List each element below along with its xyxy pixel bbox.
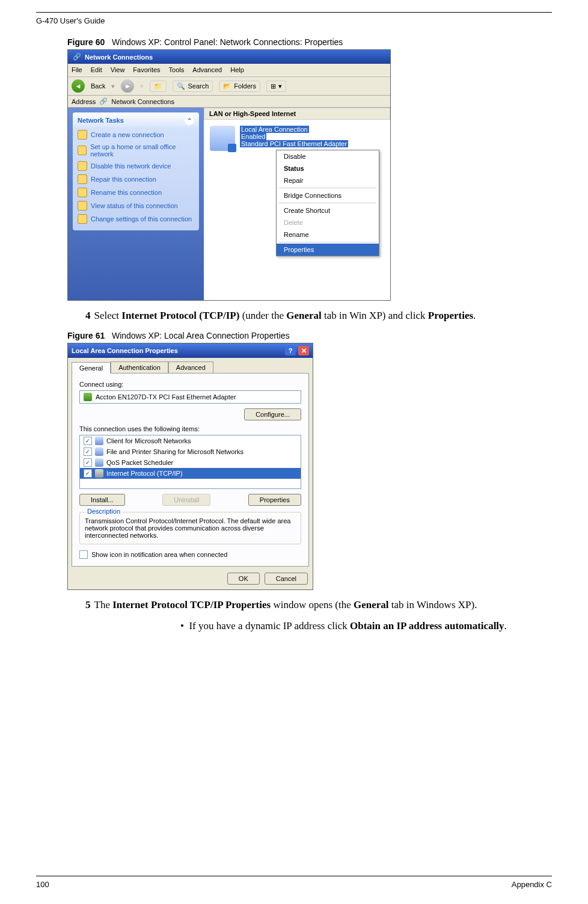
rename-icon (78, 188, 87, 197)
figure61-screenshot: Local Area Connection Properties ? ✕ Gen… (67, 343, 313, 590)
lan-section-header: LAN or High-Speed Internet (204, 108, 390, 120)
uninstall-button: Uninstall (162, 494, 210, 506)
views-button[interactable]: ⊞▾ (266, 81, 286, 92)
help-button[interactable]: ? (285, 346, 296, 355)
item-file-print[interactable]: ✓File and Printer Sharing for Microsoft … (80, 446, 301, 457)
task-status[interactable]: View status of this connection (73, 199, 199, 212)
tab-general[interactable]: General (72, 362, 111, 374)
connect-using-label: Connect using: (79, 381, 301, 388)
ctx-status[interactable]: Status (277, 162, 379, 174)
description-box: Description Transmission Control Protoco… (79, 512, 301, 544)
ctx-properties[interactable]: Properties (277, 244, 379, 256)
context-menu: Disable Status Repair Bridge Connections… (276, 150, 379, 256)
conn-name: Local Area Connection (240, 126, 309, 133)
page-number: 100 (36, 880, 49, 889)
properties-button[interactable]: Properties (248, 494, 301, 506)
network-icon: 🔗 (73, 53, 81, 61)
task-disable[interactable]: Disable this network device (73, 159, 199, 173)
menu-edit[interactable]: Edit (91, 66, 102, 73)
search-button[interactable]: 🔍Search (173, 81, 213, 92)
connection-icon (210, 126, 235, 151)
address-value: Network Connections (111, 98, 174, 105)
dialog-footer: OK Cancel (68, 570, 313, 589)
folder-up-icon: 📁 (154, 82, 162, 90)
main-pane: LAN or High-Speed Internet Local Area Co… (204, 108, 390, 300)
folders-icon: 📂 (223, 82, 231, 90)
ctx-delete: Delete (277, 217, 379, 229)
step-4-number: 4 (85, 310, 91, 321)
checkbox-icon[interactable]: ✓ (84, 469, 92, 478)
menu-file[interactable]: File (72, 66, 82, 73)
lac-title: Local Area Connection Properties (72, 347, 178, 354)
install-button[interactable]: Install... (79, 494, 125, 506)
collapse-icon[interactable]: ⌃ (185, 115, 194, 125)
menu-view[interactable]: View (111, 66, 125, 73)
general-pane: Connect using: Accton EN1207D-TX PCI Fas… (72, 373, 309, 567)
adapter-field: Accton EN1207D-TX PCI Fast Ethernet Adap… (79, 390, 301, 404)
up-button[interactable]: 📁 (150, 81, 167, 92)
menu-favorites[interactable]: Favorites (133, 66, 160, 73)
tab-authentication[interactable]: Authentication (111, 361, 168, 373)
task-repair[interactable]: Repair this connection (73, 173, 199, 186)
step-4: 4Select Internet Protocol (TCP/IP) (unde… (85, 309, 552, 322)
client-icon (95, 437, 103, 445)
adapter-icon (84, 393, 92, 401)
items-label: This connection uses the following items… (79, 425, 301, 432)
show-icon-checkbox[interactable] (79, 550, 88, 559)
item-qos[interactable]: ✓QoS Packet Scheduler (80, 457, 301, 468)
back-button[interactable]: Back (91, 82, 105, 90)
adapter-name: Accton EN1207D-TX PCI Fast Ethernet Adap… (96, 393, 236, 401)
show-icon-label: Show icon in notification area when conn… (91, 551, 227, 558)
cancel-button[interactable]: Cancel (265, 573, 308, 585)
menu-tools[interactable]: Tools (169, 66, 185, 73)
conn-status: Enabled (240, 133, 266, 140)
service-icon (95, 447, 103, 456)
wizard-icon (78, 130, 87, 140)
task-settings[interactable]: Change settings of this connection (73, 212, 199, 226)
nc-title: Network Connections (85, 54, 153, 61)
back-icon[interactable]: ◄ (72, 79, 85, 93)
item-tcpip[interactable]: ✓Internet Protocol (TCP/IP) (80, 468, 301, 479)
tasks-header[interactable]: Network Tasks ⌃ (73, 112, 199, 128)
close-button[interactable]: ✕ (298, 346, 309, 355)
repair-icon (78, 174, 87, 184)
ctx-shortcut[interactable]: Create Shortcut (277, 204, 379, 217)
ctx-rename[interactable]: Rename (277, 229, 379, 241)
page-footer: 100 Appendix C (36, 876, 552, 889)
item-client[interactable]: ✓Client for Microsoft Networks (80, 435, 301, 446)
task-rename[interactable]: Rename this connection (73, 186, 199, 199)
forward-icon: ► (121, 79, 134, 93)
nc-menubar: File Edit View Favorites Tools Advanced … (68, 64, 390, 76)
ctx-repair[interactable]: Repair (277, 174, 379, 186)
status-icon (78, 201, 87, 211)
ctx-disable[interactable]: Disable (277, 150, 379, 162)
search-icon: 🔍 (177, 82, 185, 90)
folders-button[interactable]: 📂Folders (219, 81, 260, 92)
lac-titlebar: Local Area Connection Properties ? ✕ (68, 343, 313, 358)
checkbox-icon[interactable]: ✓ (84, 458, 92, 467)
menu-advanced[interactable]: Advanced (192, 66, 222, 73)
figure61-prefix: Figure 61 (67, 331, 105, 340)
components-list[interactable]: ✓Client for Microsoft Networks ✓File and… (79, 435, 301, 489)
address-label: Address (72, 98, 96, 105)
figure61-text: Windows XP: Local Area Connection Proper… (112, 331, 290, 340)
address-bar: Address 🔗 Network Connections (68, 96, 390, 108)
ok-button[interactable]: OK (227, 573, 260, 585)
figure60-screenshot: 🔗 Network Connections File Edit View Fav… (67, 49, 391, 301)
figure60-caption: Figure 60 Windows XP: Control Panel: Net… (67, 37, 552, 47)
ctx-bridge[interactable]: Bridge Connections (277, 189, 379, 201)
task-create-connection[interactable]: Create a new connection (73, 128, 199, 141)
service-icon (95, 458, 103, 467)
task-home-network[interactable]: Set up a home or small office network (73, 141, 199, 159)
tab-advanced[interactable]: Advanced (168, 361, 213, 373)
menu-help[interactable]: Help (230, 66, 244, 73)
figure60-text: Windows XP: Control Panel: Network Conne… (112, 37, 343, 47)
description-text: Transmission Control Protocol/Internet P… (85, 517, 290, 539)
appendix-label: Appendix C (512, 880, 552, 889)
configure-button[interactable]: Configure... (244, 408, 301, 420)
doc-header-left: G-470 User's Guide (36, 16, 105, 25)
checkbox-icon[interactable]: ✓ (84, 437, 92, 445)
step-5-number: 5 (85, 599, 91, 610)
checkbox-icon[interactable]: ✓ (84, 447, 92, 456)
lac-tabs: General Authentication Advanced (68, 358, 313, 373)
